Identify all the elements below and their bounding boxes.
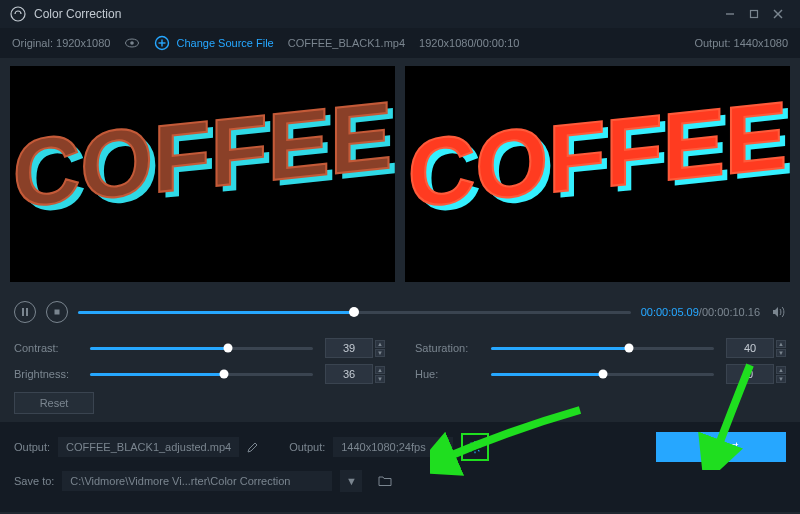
export-label: Export <box>704 440 739 454</box>
output-format-label: Output: <box>289 441 325 453</box>
original-resolution-label: Original: 1920x1080 <box>12 37 110 49</box>
brightness-slider[interactable] <box>90 373 313 376</box>
reset-button[interactable]: Reset <box>14 392 94 414</box>
folder-icon <box>378 475 392 487</box>
saturation-step-up[interactable]: ▲ <box>776 340 786 348</box>
saturation-slider[interactable] <box>491 347 714 350</box>
timecode: 00:00:05.09/00:00:10.16 <box>641 306 760 318</box>
original-preview: COFFEE COFFEE <box>10 66 395 282</box>
svg-point-6 <box>131 41 135 45</box>
saturation-label: Saturation: <box>415 342 479 354</box>
brightness-label: Brightness: <box>14 368 78 380</box>
output-preview: COFFEE COFFEE <box>405 66 790 282</box>
svg-rect-10 <box>22 308 24 316</box>
volume-icon[interactable] <box>770 304 786 320</box>
hue-label: Hue: <box>415 368 479 380</box>
contrast-step-up[interactable]: ▲ <box>375 340 385 348</box>
output-settings-row: Output: COFFEE_BLACK1_adjusted.mp4 Outpu… <box>14 432 786 462</box>
saturation-step-down[interactable]: ▼ <box>776 349 786 357</box>
change-source-button[interactable]: Change Source File <box>154 35 273 51</box>
close-button[interactable] <box>766 2 790 26</box>
adjustment-sliders: Contrast: ▲▼ Saturation: ▲▼ Brightness: … <box>0 334 800 384</box>
brightness-step-up[interactable]: ▲ <box>375 366 385 374</box>
contrast-row: Contrast: ▲▼ <box>14 338 385 358</box>
svg-rect-11 <box>26 308 28 316</box>
output-settings-button[interactable] <box>465 437 485 457</box>
hue-step-down[interactable]: ▼ <box>776 375 786 383</box>
stop-button[interactable] <box>46 301 68 323</box>
timecode-current: 00:00:05.09 <box>641 306 699 318</box>
contrast-step-down[interactable]: ▼ <box>375 349 385 357</box>
minimize-button[interactable] <box>718 2 742 26</box>
preview-area: COFFEE COFFEE COFFEE COFFEE <box>0 58 800 290</box>
hue-step-up[interactable]: ▲ <box>776 366 786 374</box>
maximize-button[interactable] <box>742 2 766 26</box>
app-logo-icon <box>10 6 26 22</box>
output-format-field[interactable]: 1440x1080;24fps <box>333 437 453 457</box>
source-resolution-time: 1920x1080/00:00:10 <box>419 37 519 49</box>
svg-point-0 <box>11 7 25 21</box>
preview-word-main: COFFEE <box>13 81 392 228</box>
save-to-field[interactable]: C:\Vidmore\Vidmore Vi...rter\Color Corre… <box>62 471 332 491</box>
svg-rect-2 <box>751 11 758 18</box>
hue-input[interactable] <box>726 364 774 384</box>
output-resolution-label: Output: 1440x1080 <box>694 37 788 49</box>
open-folder-button[interactable] <box>374 470 396 492</box>
save-to-row: Save to: C:\Vidmore\Vidmore Vi...rter\Co… <box>14 470 786 492</box>
saturation-input[interactable] <box>726 338 774 358</box>
contrast-label: Contrast: <box>14 342 78 354</box>
timecode-total: /00:00:10.16 <box>699 306 760 318</box>
info-bar: Original: 1920x1080 Change Source File C… <box>0 28 800 58</box>
brightness-step-down[interactable]: ▼ <box>375 375 385 383</box>
reset-label: Reset <box>40 397 69 409</box>
contrast-slider[interactable] <box>90 347 313 350</box>
plus-circle-icon <box>154 35 170 51</box>
saturation-row: Saturation: ▲▼ <box>415 338 786 358</box>
playback-controls: 00:00:05.09/00:00:10.16 <box>0 290 800 334</box>
contrast-input[interactable] <box>325 338 373 358</box>
preview-word-main: COFFEE <box>408 81 787 228</box>
output-name-label: Output: <box>14 441 50 453</box>
brightness-input[interactable] <box>325 364 373 384</box>
save-to-label: Save to: <box>14 475 54 487</box>
gear-highlight <box>461 433 489 461</box>
eye-icon[interactable] <box>124 35 140 51</box>
brightness-row: Brightness: ▲▼ <box>14 364 385 384</box>
svg-rect-12 <box>55 310 60 315</box>
window-title: Color Correction <box>34 7 718 21</box>
timeline-track[interactable] <box>78 311 631 314</box>
timeline-thumb[interactable] <box>349 307 359 317</box>
title-bar: Color Correction <box>0 0 800 28</box>
hue-row: Hue: ▲▼ <box>415 364 786 384</box>
gear-icon <box>468 440 482 454</box>
source-filename: COFFEE_BLACK1.mp4 <box>288 37 405 49</box>
export-button[interactable]: Export <box>656 432 786 462</box>
change-source-label: Change Source File <box>176 37 273 49</box>
svg-point-13 <box>473 445 477 449</box>
save-to-dropdown[interactable]: ▼ <box>340 470 362 492</box>
bottom-panel: Output: COFFEE_BLACK1_adjusted.mp4 Outpu… <box>0 422 800 512</box>
edit-name-icon[interactable] <box>247 441 259 453</box>
pause-button[interactable] <box>14 301 36 323</box>
hue-slider[interactable] <box>491 373 714 376</box>
output-name-field[interactable]: COFFEE_BLACK1_adjusted.mp4 <box>58 437 239 457</box>
